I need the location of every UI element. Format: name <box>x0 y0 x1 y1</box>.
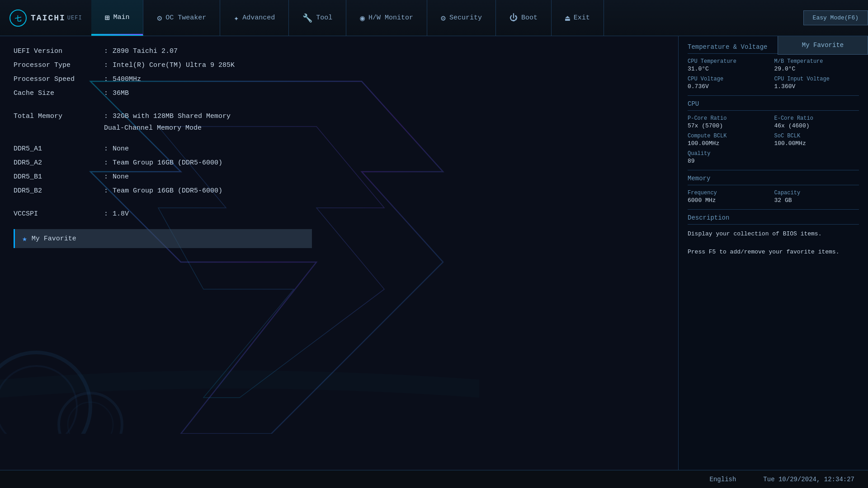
divider-1 <box>688 95 859 96</box>
system-info-table: UEFI Version : Z890 Taichi 2.07 Processo… <box>14 45 330 220</box>
my-favorite-top-button[interactable]: My Favorite <box>778 36 868 55</box>
memory-grid: Frequency 6000 MHz Capacity 32 GB <box>688 190 859 204</box>
security-icon: ⚙ <box>441 13 446 23</box>
ddr5-b1-label: DDR5_B1 <box>14 171 104 183</box>
capacity-label: Capacity <box>774 190 859 196</box>
ddr5-a1-label: DDR5_A1 <box>14 143 104 155</box>
processor-type-label: Processor Type <box>14 59 104 71</box>
processor-type-value: Intel(R) Core(TM) Ultra 9 285K <box>113 59 235 71</box>
cpu-input-voltage-label: CPU Input Voltage <box>774 76 859 82</box>
taichi-logo-icon: 七 <box>9 9 27 27</box>
cpu-temp-value: 31.0°C <box>688 66 773 72</box>
ddr5-b2-value: Team Group 16GB (DDR5-6000) <box>113 185 222 197</box>
memory-section-title: Memory <box>688 175 859 185</box>
vccspi-value: 1.8V <box>113 208 129 220</box>
nav-main[interactable]: ⊞ Main <box>91 0 144 36</box>
processor-speed-label: Processor Speed <box>14 73 104 85</box>
processor-type-row: Processor Type : Intel(R) Core(TM) Ultra… <box>14 59 330 71</box>
nav-boot[interactable]: ⏻ Boot <box>496 0 552 36</box>
total-memory-sub-value: Dual-Channel Memory Mode <box>104 124 202 132</box>
vccspi-label: VCCSPI <box>14 208 104 220</box>
description-section: Description Display your collection of B… <box>688 214 859 257</box>
boot-icon: ⏻ <box>509 13 518 23</box>
logo-text: TAICHI <box>31 14 66 23</box>
ddr5-b1-row: DDR5_B1 : None <box>14 171 330 183</box>
capacity-item: Capacity 32 GB <box>774 190 859 204</box>
nav-boot-label: Boot <box>521 14 538 22</box>
cpu-grid: P-Core Ratio 57x (5700) E-Core Ratio 46x… <box>688 115 859 147</box>
soc-bclk-value: 100.00MHz <box>774 140 859 147</box>
main-nav-icon: ⊞ <box>105 13 110 23</box>
nav-exit-label: Exit <box>574 14 590 22</box>
uefi-version-row: UEFI Version : Z890 Taichi 2.07 <box>14 45 330 57</box>
cpu-temp-item: CPU Temperature 31.0°C <box>688 58 773 72</box>
language-indicator[interactable]: English <box>710 476 736 483</box>
compute-bclk-label: Compute BCLK <box>688 133 773 139</box>
ddr5-b2-row: DDR5_B2 : Team Group 16GB (DDR5-6000) <box>14 185 330 197</box>
star-icon: ★ <box>22 234 27 244</box>
soc-bclk-item: SoC BCLK 100.00MHz <box>774 133 859 147</box>
total-memory-value: 32GB with 128MB Shared Memory <box>113 110 231 122</box>
vccspi-row: VCCSPI : 1.8V <box>14 208 330 220</box>
nav-security[interactable]: ⚙ Security <box>427 0 496 36</box>
ddr5-a2-row: DDR5_A2 : Team Group 16GB (DDR5-6000) <box>14 157 330 169</box>
pcore-ratio-label: P-Core Ratio <box>688 115 773 122</box>
ddr5-a1-row: DDR5_A1 : None <box>14 143 330 155</box>
pcore-ratio-value: 57x (5700) <box>688 122 773 129</box>
logo-area: 七 TAICHI UEFI <box>0 9 91 27</box>
description-title: Description <box>688 214 859 225</box>
description-line2: Press F5 to add/remove your favorite ite… <box>688 247 859 257</box>
nav-tool[interactable]: 🔧 Tool <box>289 0 346 36</box>
cpu-temp-label: CPU Temperature <box>688 58 773 65</box>
svg-text:七: 七 <box>15 14 22 22</box>
spacer-row-3 <box>14 199 330 206</box>
frequency-label: Frequency <box>688 190 773 196</box>
description-line1: Display your collection of BIOS items. <box>688 229 859 239</box>
nav-advanced[interactable]: ✦ Advanced <box>220 0 289 36</box>
ecore-ratio-label: E-Core Ratio <box>774 115 859 122</box>
cpu-input-voltage-item: CPU Input Voltage 1.360V <box>774 76 859 90</box>
nav-main-label: Main <box>113 14 129 21</box>
ddr5-a2-label: DDR5_A2 <box>14 157 104 169</box>
my-favorite-list-item[interactable]: ★ My Favorite <box>14 229 312 248</box>
nav-oc-tweaker[interactable]: ⚙ OC Tweaker <box>143 0 220 36</box>
cache-size-row: Cache Size : 36MB <box>14 87 330 99</box>
ecore-ratio-value: 46x (4600) <box>774 122 859 129</box>
right-panel: Temperature & Voltage CPU Temperature 31… <box>678 36 868 470</box>
mb-temp-item: M/B Temperature 29.0°C <box>774 58 859 72</box>
ddr5-a1-value: None <box>113 143 129 155</box>
divider-2 <box>688 170 859 170</box>
nav-hw-monitor[interactable]: ◉ H/W Monitor <box>346 0 427 36</box>
nav-exit[interactable]: ⏏ Exit <box>552 0 604 36</box>
nav-items: ⊞ Main ⚙ OC Tweaker ✦ Advanced 🔧 Tool ◉ … <box>91 0 803 36</box>
cpu-section-title: CPU <box>688 100 859 111</box>
quality-value: 89 <box>688 158 859 164</box>
logo-uefi-text: UEFI <box>67 15 82 21</box>
cpu-voltage-item: CPU Voltage 0.736V <box>688 76 773 90</box>
nav-advanced-label: Advanced <box>242 14 275 22</box>
ecore-ratio-item: E-Core Ratio 46x (4600) <box>774 115 859 129</box>
cpu-section: CPU P-Core Ratio 57x (5700) E-Core Ratio… <box>688 100 859 164</box>
oc-tweaker-icon: ⚙ <box>157 13 162 23</box>
advanced-icon: ✦ <box>234 13 239 23</box>
soc-bclk-label: SoC BCLK <box>774 133 859 139</box>
compute-bclk-item: Compute BCLK 100.00MHz <box>688 133 773 147</box>
divider-3 <box>688 209 859 210</box>
ddr5-b2-label: DDR5_B2 <box>14 185 104 197</box>
navigation-bar: 七 TAICHI UEFI ⊞ Main ⚙ OC Tweaker ✦ Adva… <box>0 0 868 36</box>
quality-item: Quality 89 <box>688 150 859 164</box>
my-favorite-item-label: My Favorite <box>32 235 76 243</box>
left-panel: UEFI Version : Z890 Taichi 2.07 Processo… <box>0 36 678 470</box>
status-bar: English Tue 10/29/2024, 12:34:27 <box>0 470 868 488</box>
temp-voltage-grid: CPU Temperature 31.0°C M/B Temperature 2… <box>688 58 859 90</box>
ddr5-a2-value: Team Group 16GB (DDR5-6000) <box>113 157 222 169</box>
hw-monitor-icon: ◉ <box>360 13 365 23</box>
nav-oc-tweaker-label: OC Tweaker <box>165 14 206 22</box>
easy-mode-button[interactable]: Easy Mode(F6) <box>803 10 868 25</box>
nav-hw-monitor-label: H/W Monitor <box>368 14 413 22</box>
frequency-value: 6000 MHz <box>688 197 773 204</box>
mb-temp-value: 29.0°C <box>774 66 859 72</box>
spacer-row-2 <box>14 134 330 141</box>
mb-temp-label: M/B Temperature <box>774 58 859 65</box>
quality-label: Quality <box>688 150 859 157</box>
